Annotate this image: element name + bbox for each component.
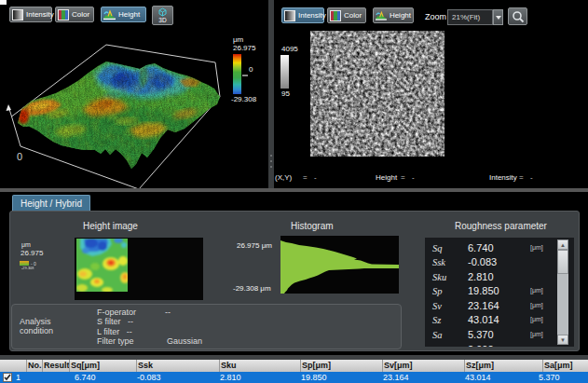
- svg-text:0: 0: [17, 151, 22, 162]
